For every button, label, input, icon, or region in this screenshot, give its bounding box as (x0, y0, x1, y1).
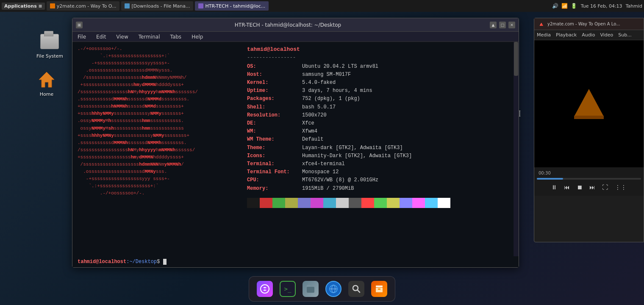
info-row-wm-theme: WM Theme: Default (247, 136, 508, 144)
info-row-de: DE: Xfce (247, 119, 508, 128)
info-key-os: OS: (247, 63, 302, 71)
home-icon-img (36, 69, 57, 90)
applications-menu[interactable]: Applications ≡ (2, 3, 45, 10)
taskbar-tab-y2mate[interactable]: y2mate.com - Way To O... (47, 1, 120, 11)
vlc-menu-sub[interactable]: Sub... (618, 32, 631, 38)
archive-svg (374, 284, 384, 294)
menu-edit[interactable]: Edit (94, 33, 108, 41)
vlc-menu-video[interactable]: Video (600, 32, 613, 38)
color-swatch (387, 198, 400, 208)
neofetch-info: tahmid@localhost ---------------- OS: Ub… (247, 45, 508, 253)
vlc-menu-audio[interactable]: Audio (582, 32, 595, 38)
menu-help[interactable]: Help (190, 33, 205, 41)
prompt-path: :~/Desktop (126, 259, 157, 265)
color-swatch (336, 198, 349, 208)
info-key-icons: Icons: (247, 152, 302, 160)
info-value-wm: Xfwm4 (302, 128, 317, 136)
info-key-uptime: Uptime: (247, 87, 302, 95)
info-key-resolution: Resolution: (247, 111, 302, 119)
window-maximize-btn[interactable]: □ (499, 22, 506, 28)
prompt-username: tahmid@localhost (78, 259, 126, 265)
info-value-kernel: 5.4.0-faked (302, 79, 336, 87)
vlc-progress-bar[interactable] (537, 178, 641, 180)
info-row-terminal: Terminal: xfce4-terminal (247, 160, 508, 168)
vlc-next-btn[interactable]: ⏭ (588, 183, 597, 191)
terminal-scrollbar[interactable] (514, 42, 519, 256)
info-row-wm: WM: Xfwm4 (247, 128, 508, 136)
vlc-prev-btn[interactable]: ⏮ (562, 183, 572, 191)
taskbar-tab-downloads[interactable]: [Downloads - File Mana... (121, 1, 193, 11)
vlc-cone-base (574, 116, 604, 119)
taskbar-top-left: Applications ≡ y2mate.com - Way To O... … (2, 1, 552, 11)
info-key-de: DE: (247, 119, 302, 128)
vlc-stop-btn[interactable]: ⏹ (575, 183, 584, 191)
taskbar-top-right: 🔊 📶 🔋 Tue 16 Feb, 04:13 Tahmid (552, 3, 642, 9)
dock-item-search[interactable] (346, 278, 367, 299)
tab-icon-vlc (50, 3, 55, 8)
vlc-menu-media[interactable]: Media (537, 32, 551, 38)
tray-icon-2: 📶 (561, 3, 568, 9)
svg-marker-0 (39, 72, 54, 87)
desktop-icon-home[interactable]: Home (34, 67, 59, 100)
info-key-shell: Shell: (247, 103, 302, 111)
info-key-wm: WM: (247, 128, 302, 136)
taskbar-bottom: >_ (249, 276, 395, 302)
vlc-logo-icon: 🔺 (538, 21, 545, 28)
terminal-output: .-/+oossssoo+/-. `.:+ssssssssssssssssss+… (72, 42, 514, 256)
terminal-prompt-area[interactable]: tahmid@localhost:~/Desktop$ (72, 256, 519, 267)
vlc-time-display: 00:30 (537, 170, 641, 176)
info-key-memory: Memory: (247, 185, 302, 193)
info-key-wm-theme: WM Theme: (247, 136, 302, 144)
info-key-kernel: Kernel: (247, 79, 302, 87)
whisker-menu-icon (257, 281, 273, 297)
sys-tray: 🔊 📶 🔋 (552, 3, 577, 9)
vlc-pause-btn[interactable]: ⏸ (550, 183, 559, 191)
filesystem-icon-label: File System (36, 53, 63, 59)
dock-item-files[interactable] (300, 278, 321, 299)
info-row-packages: Packages: 752 (dpkg), 1 (pkg) (247, 95, 508, 103)
menu-terminal[interactable]: Terminal (137, 33, 162, 41)
info-value-resolution: 1500x720 (302, 111, 327, 119)
dock-item-terminal[interactable]: >_ (277, 278, 298, 299)
info-row-kernel: Kernel: 5.4.0-faked (247, 79, 508, 87)
info-row-shell: Shell: bash 5.0.17 (247, 103, 508, 111)
scrollbar-thumb[interactable] (514, 42, 518, 76)
vlc-titlebar: 🔺 y2mate.com - Way To Open A Lo... (534, 18, 644, 30)
dock-item-archive[interactable] (369, 278, 390, 299)
menu-file[interactable]: File (76, 33, 88, 41)
vlc-cone-shape (574, 89, 604, 116)
color-swatch (425, 198, 438, 208)
vlc-window: 🔺 y2mate.com - Way To Open A Lo... Media… (534, 18, 644, 242)
desktop-icon-filesystem[interactable]: File System (34, 29, 66, 61)
terminal-titlebar: ▣ HTR-TECH - tahmid@localhost: ~/Desktop… (72, 18, 519, 32)
vlc-fullscreen-btn[interactable]: ⛶ (600, 183, 610, 191)
svg-point-1 (261, 285, 269, 293)
color-swatch (349, 198, 361, 208)
vlc-more-btn[interactable]: ⋮⋮ (613, 183, 628, 191)
svg-rect-2 (307, 287, 314, 293)
browser-svg (329, 284, 338, 294)
info-value-packages: 752 (dpkg), 1 (pkg) (302, 95, 360, 103)
taskbar-tab-terminal[interactable]: HTR-TECH - tahmid@loc... (195, 1, 269, 11)
info-value-host: samsung SM-M017F (302, 71, 351, 79)
window-minimize-btn[interactable]: ▲ (490, 22, 497, 28)
terminal-window-controls: ▲ □ ✕ (490, 22, 515, 28)
username-display: Tahmid (626, 3, 642, 9)
color-swatch (361, 198, 374, 208)
dock-item-whisker[interactable] (254, 278, 275, 299)
color-swatch (298, 198, 311, 208)
menu-tabs[interactable]: Tabs (169, 33, 183, 41)
info-key-packages: Packages: (247, 95, 302, 103)
info-value-cpu: MT6762V/WB (8) @ 2.001GHz (302, 176, 378, 184)
info-value-uptime: 3 days, 7 hours, 4 mins (302, 87, 372, 95)
window-close-btn[interactable]: ✕ (508, 22, 515, 28)
info-value-terminal-font: Monospace 12 (302, 168, 339, 176)
color-swatch (260, 198, 272, 208)
vlc-menu-playback[interactable]: Playback (556, 32, 577, 38)
terminal-dock-icon: >_ (280, 281, 296, 297)
info-separator: ---------------- (247, 54, 508, 62)
dock-item-browser[interactable] (323, 278, 344, 299)
datetime-display: Tue 16 Feb, 04:13 (581, 3, 622, 9)
menu-view[interactable]: View (114, 33, 130, 41)
files-dock-icon (303, 281, 319, 297)
